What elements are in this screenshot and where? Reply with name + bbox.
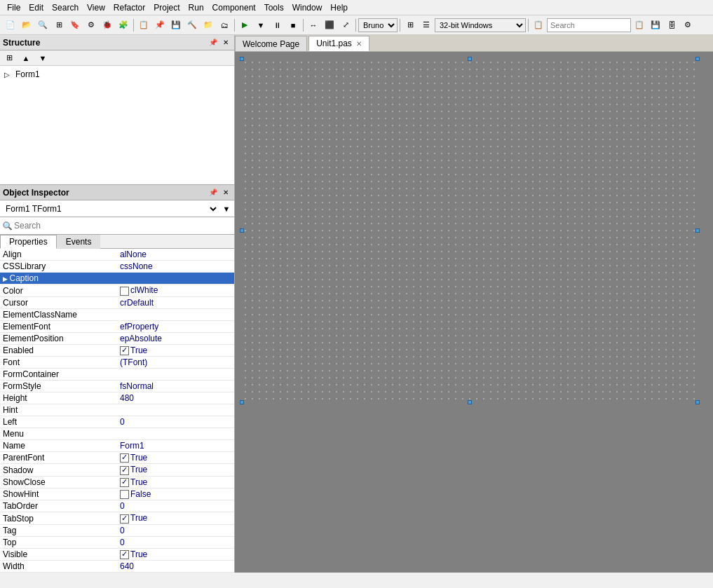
folder-btn[interactable]: 🗂	[217, 18, 232, 33]
open2-btn[interactable]: 📁	[201, 18, 216, 33]
menu-search[interactable]: Search	[48, 1, 83, 14]
table-row[interactable]: AlignalNone	[0, 249, 234, 261]
menu-edit[interactable]: Edit	[25, 1, 48, 14]
tree-item-form1[interactable]: ▷ Form1	[3, 69, 231, 80]
table-row[interactable]: Top0	[0, 536, 234, 548]
table-row[interactable]: ElementFontefProperty	[0, 320, 234, 332]
menu-run[interactable]: Run	[184, 1, 208, 14]
clipboard-btn[interactable]: 📋	[632, 18, 647, 33]
move-btn[interactable]: ↔	[306, 18, 321, 33]
handle-bot-right[interactable]	[695, 400, 700, 404]
copy2-btn[interactable]: 📋	[531, 18, 546, 33]
prop-value: True	[117, 344, 234, 356]
table-row[interactable]: TabStopTrue	[0, 512, 234, 524]
handle-top-mid[interactable]	[468, 57, 472, 61]
form-dotted-bg[interactable]	[242, 59, 698, 402]
obj-close-btn[interactable]: ✕	[220, 187, 231, 198]
prop-value: True	[117, 548, 234, 560]
prop-value: True	[117, 464, 234, 476]
stop-btn[interactable]: ■	[285, 18, 301, 33]
tab-unit1.pas[interactable]: Unit1.pas✕	[308, 36, 369, 51]
table-row[interactable]: Left0	[0, 416, 234, 428]
table-row[interactable]: Tag0	[0, 524, 234, 536]
table-row[interactable]: ▶ Caption	[0, 273, 234, 285]
step-btn[interactable]: ⏸	[269, 18, 285, 33]
build-btn[interactable]: 🔨	[184, 18, 200, 33]
new-btn[interactable]: 📄	[3, 18, 18, 33]
table-row[interactable]: FormStylefsNormal	[0, 381, 234, 392]
table-row[interactable]: ColorclWhite	[0, 285, 234, 296]
tab-events[interactable]: Events	[57, 235, 101, 249]
table-row[interactable]: ParentFontTrue	[0, 452, 234, 464]
grid-btn[interactable]: ⊞	[402, 18, 418, 33]
table-row[interactable]: CSSLibrarycssNone	[0, 261, 234, 273]
play-drop-btn[interactable]: ▼	[253, 18, 269, 33]
table-row[interactable]: ShadowTrue	[0, 464, 234, 476]
save2-btn[interactable]: 💾	[648, 18, 663, 33]
table-row[interactable]: Height480	[0, 392, 234, 404]
save-btn[interactable]: 💾	[168, 18, 184, 33]
table-row[interactable]: Font(TFont)	[0, 357, 234, 369]
prop-name: ElementClassName	[0, 308, 117, 320]
menu-tools[interactable]: Tools	[260, 1, 288, 14]
align-btn[interactable]: ⬛	[322, 18, 337, 33]
handle-bot-left[interactable]	[240, 400, 244, 404]
prop-name: TabOrder	[0, 500, 117, 512]
obj-dropdown-btn[interactable]: ▼	[219, 201, 234, 217]
table-row[interactable]: NameForm1	[0, 440, 234, 452]
struct-down-btn[interactable]: ▼	[35, 50, 50, 66]
run-btn2[interactable]: ⚙	[83, 18, 99, 33]
table-row[interactable]: ElementClassName	[0, 308, 234, 320]
obj-inspector-select[interactable]: Form1 TForm1	[0, 201, 219, 217]
open-btn[interactable]: 📂	[19, 18, 34, 33]
handle-top-left[interactable]	[240, 57, 244, 61]
menu-file[interactable]: File	[3, 1, 25, 14]
table-row[interactable]: Width640	[0, 561, 234, 573]
structure-pin-btn[interactable]: 📌	[208, 37, 219, 48]
table-row[interactable]: Menu	[0, 428, 234, 440]
obj-search-input[interactable]	[0, 217, 234, 234]
menu-project[interactable]: Project	[149, 1, 184, 14]
structure-close-btn[interactable]: ✕	[220, 37, 231, 48]
table-row[interactable]: ShowCloseTrue	[0, 476, 234, 488]
debug-btn[interactable]: 🐞	[100, 18, 115, 33]
menu-window[interactable]: Window	[288, 1, 327, 14]
table-row[interactable]: CursorcrDefault	[0, 296, 234, 308]
struct-nav-btn[interactable]: ⊞	[1, 50, 17, 66]
search-toolbar-btn[interactable]: 🔍	[35, 18, 50, 33]
table-row[interactable]: ShowHintFalse	[0, 488, 234, 500]
bookmark-btn[interactable]: 🔖	[67, 18, 83, 33]
menu-component[interactable]: Component	[208, 1, 260, 14]
play-btn[interactable]: ▶	[237, 18, 252, 33]
toolbar-search-input[interactable]	[547, 18, 631, 32]
table-row[interactable]: EnabledTrue	[0, 344, 234, 356]
table-row[interactable]: TabOrder0	[0, 500, 234, 512]
component-btn[interactable]: 🧩	[116, 18, 131, 33]
table-row[interactable]: ElementPositionepAbsolute	[0, 332, 234, 344]
settings-btn[interactable]: ⚙	[680, 18, 695, 33]
left-panel: Structure 📌 ✕ ⊞ ▲ ▼ ▷ Form1 Object Inspe…	[0, 35, 235, 573]
size-btn[interactable]: ⤢	[338, 18, 353, 33]
tab-welcomepage[interactable]: Welcome Page	[235, 36, 307, 51]
handle-top-right[interactable]	[695, 57, 700, 61]
copy-btn[interactable]: 📋	[136, 18, 151, 33]
table-row[interactable]: VisibleTrue	[0, 548, 234, 560]
list-btn[interactable]: ☰	[419, 18, 434, 33]
handle-bot-mid[interactable]	[468, 400, 472, 404]
handle-mid-left[interactable]	[240, 228, 244, 233]
tab-close-btn[interactable]: ✕	[356, 40, 362, 48]
paste-btn[interactable]: 📌	[152, 18, 168, 33]
obj-pin-btn[interactable]: 📌	[208, 187, 219, 198]
profile-select[interactable]: Bruno	[358, 18, 398, 32]
toggle-btn[interactable]: ⊞	[51, 18, 67, 33]
menu-help[interactable]: Help	[326, 1, 352, 14]
table-row[interactable]: Hint	[0, 404, 234, 416]
table-row[interactable]: FormContainer	[0, 369, 234, 381]
save3-btn[interactable]: 🗄	[664, 18, 679, 33]
struct-up-btn[interactable]: ▲	[18, 50, 34, 66]
menu-refactor[interactable]: Refactor	[109, 1, 149, 14]
tab-properties[interactable]: Properties	[0, 235, 57, 249]
handle-mid-right[interactable]	[695, 228, 700, 233]
build-select[interactable]: 32-bit Windows	[435, 18, 526, 32]
menu-view[interactable]: View	[83, 1, 109, 14]
